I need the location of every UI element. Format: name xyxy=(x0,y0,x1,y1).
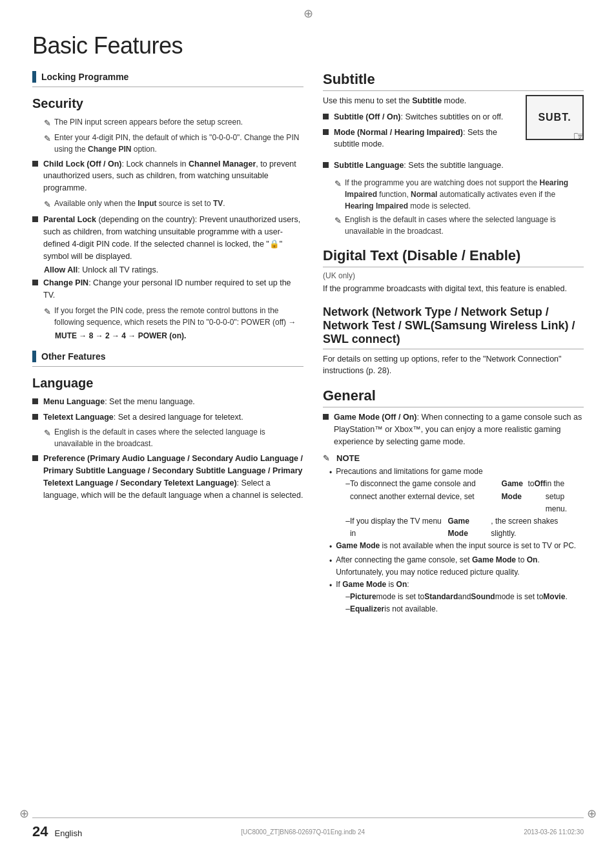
network-title: Network (Network Type / Network Setup / … xyxy=(323,305,584,349)
subt-label: SUBT. xyxy=(538,112,571,123)
list-item: Game Mode (Off / On): When connecting to… xyxy=(323,411,584,447)
language-section: Language Menu Language: Set the menu lan… xyxy=(32,376,303,502)
item-text: Subtitle (Off / On): Switches subtitles … xyxy=(334,111,503,123)
item-text: Preference (Primary Audio Language / Sec… xyxy=(43,453,303,501)
subtitle-img-container: SUBT. ☞ Use this menu to set the Subtitl… xyxy=(323,95,584,156)
change-pin-notes: ✎ If you forget the PIN code, press the … xyxy=(44,305,303,328)
list-item: Parental Lock (depending on the country)… xyxy=(32,214,303,262)
list-item: Teletext Language: Set a desired languag… xyxy=(32,411,303,424)
left-column: Locking Programme Security ✎ The PIN inp… xyxy=(32,71,303,616)
general-section: General Game Mode (Off / On): When conne… xyxy=(323,387,584,616)
note-header: ✎ NOTE xyxy=(323,453,584,463)
bullet-icon xyxy=(323,414,329,420)
page: ⊕ Basic Features Locking Programme Secur… xyxy=(0,0,616,853)
item-text: Menu Language: Set the menu language. xyxy=(43,396,195,408)
note-item-content: Precautions and limitations for game mod… xyxy=(336,466,584,540)
note-item-text: Precautions and limitations for game mod… xyxy=(336,467,482,476)
security-bullets: Child Lock (Off / On): Lock channels in … xyxy=(32,158,303,340)
language-bullets: Menu Language: Set the menu language. Te… xyxy=(32,396,303,502)
note-text: English is the default in cases where th… xyxy=(345,214,584,237)
dash-item: Picture mode is set to Standard and Soun… xyxy=(345,591,568,603)
bullet-icon xyxy=(32,398,38,404)
dot-icon: • xyxy=(329,580,332,592)
security-section: Security ✎ The PIN input screen appears … xyxy=(32,96,303,340)
item-text: Change PIN: Change your personal ID numb… xyxy=(43,277,303,302)
bullet-icon xyxy=(323,162,329,168)
note-text: If the programme you are watching does n… xyxy=(345,177,584,212)
bullet-icon xyxy=(323,129,329,135)
uk-only-text: (UK only) xyxy=(323,271,584,280)
pencil-icon: ✎ xyxy=(44,117,51,130)
general-bullets: Game Mode (Off / On): When connecting to… xyxy=(323,411,584,447)
allow-all-text: Allow All: Unlock all TV ratings. xyxy=(44,265,303,274)
note-sub-item: • Game Mode is not available when the in… xyxy=(329,540,584,553)
security-notes: ✎ The PIN input screen appears before th… xyxy=(44,116,303,155)
network-body: For details on setting up options, refer… xyxy=(323,353,584,378)
security-title: Security xyxy=(32,96,303,111)
item-text: Mode (Normal / Hearing Impaired): Sets t… xyxy=(334,127,519,151)
note-item: ✎ The PIN input screen appears before th… xyxy=(44,116,303,130)
footer-date: 2013-03-26 11:02:30 xyxy=(524,828,584,836)
note-item: ✎ If you forget the PIN code, press the … xyxy=(44,305,303,328)
subtitle-lang-bullet: Subtitle Language: Sets the subtitle lan… xyxy=(323,159,584,172)
list-item: Change PIN: Change your personal ID numb… xyxy=(32,277,303,302)
note-item-text: If Game Mode is On: xyxy=(336,580,409,589)
item-text: Child Lock (Off / On): Lock channels in … xyxy=(43,158,303,194)
note-item: ✎ If the programme you are watching does… xyxy=(334,177,584,212)
note-sub-item: • Precautions and limitations for game m… xyxy=(329,466,584,540)
item-text: Subtitle Language: Sets the subtitle lan… xyxy=(334,159,504,172)
section-bar-icon xyxy=(32,71,36,83)
note-text: If you forget the PIN code, press the re… xyxy=(54,305,303,328)
crosshair-bl-icon: ⊕ xyxy=(19,807,29,821)
digital-text-title: Digital Text (Disable / Enable) xyxy=(323,247,584,267)
dash-list: Picture mode is set to Standard and Soun… xyxy=(345,591,568,615)
hand-icon: ☞ xyxy=(573,128,584,145)
other-features-header: Other Features xyxy=(32,351,303,367)
note-sub-item: • After connecting the game console, set… xyxy=(329,554,584,579)
page-title: Basic Features xyxy=(32,32,584,59)
list-item: Subtitle Language: Sets the subtitle lan… xyxy=(323,159,584,172)
pencil-icon: ✎ xyxy=(44,305,51,318)
note-box: ✎ NOTE • Precautions and limitations for… xyxy=(323,453,584,615)
section-bar-icon xyxy=(32,351,36,362)
language-title: Language xyxy=(32,376,303,391)
page-language: English xyxy=(54,828,82,838)
child-lock-notes: ✎ Available only when the Input source i… xyxy=(44,198,303,211)
digital-text-body: If the programme broadcasts with digital… xyxy=(323,283,584,295)
note-item: ✎ Available only when the Input source i… xyxy=(44,198,303,211)
digital-text-section: Digital Text (Disable / Enable) (UK only… xyxy=(323,247,584,295)
list-item: Child Lock (Off / On): Lock channels in … xyxy=(32,158,303,194)
note-text: Available only when the Input source is … xyxy=(54,198,225,209)
list-item: Menu Language: Set the menu language. xyxy=(32,396,303,408)
subt-button-img: SUBT. ☞ xyxy=(526,95,584,140)
list-item: Subtitle (Off / On): Switches subtitles … xyxy=(323,111,519,123)
pencil-icon: ✎ xyxy=(44,132,51,145)
dash-item: Equalizer is not available. xyxy=(345,603,568,615)
pencil-icon: ✎ xyxy=(334,214,342,227)
dash-list: To disconnect the game console and conne… xyxy=(345,478,584,540)
locking-programme-header: Locking Programme xyxy=(32,71,303,87)
pencil-icon: ✎ xyxy=(323,453,330,463)
right-column: Subtitle SUBT. ☞ Use this menu to set th… xyxy=(323,71,584,616)
note-item: ✎ Enter your 4-digit PIN, the default of… xyxy=(44,132,303,155)
item-text: Parental Lock (depending on the country)… xyxy=(43,214,303,262)
note-item: ✎ English is the default in cases where … xyxy=(44,426,303,449)
bullet-icon xyxy=(32,414,38,420)
crosshair-br-icon: ⊕ xyxy=(587,807,597,821)
pencil-icon: ✎ xyxy=(44,427,51,440)
bullet-icon xyxy=(32,216,38,222)
subtitle-lang-notes: ✎ If the programme you are watching does… xyxy=(334,177,584,237)
crosshair-top-icon: ⊕ xyxy=(303,6,313,21)
other-features-title: Other Features xyxy=(41,351,106,362)
note-sub-item: • If Game Mode is On: Picture mode is se… xyxy=(329,579,584,616)
general-title: General xyxy=(323,387,584,407)
bullet-icon xyxy=(323,114,329,119)
mute-sequence: MUTE → 8 → 2 → 4 → POWER (on). xyxy=(55,331,303,340)
dot-icon: • xyxy=(329,467,332,479)
content-columns: Locking Programme Security ✎ The PIN inp… xyxy=(32,71,584,616)
item-text: Game Mode (Off / On): When connecting to… xyxy=(334,411,584,447)
network-section: Network (Network Type / Network Setup / … xyxy=(323,305,584,378)
pencil-icon: ✎ xyxy=(334,178,342,190)
note-text: English is the default in cases where th… xyxy=(54,426,303,449)
bullet-icon xyxy=(32,280,38,285)
